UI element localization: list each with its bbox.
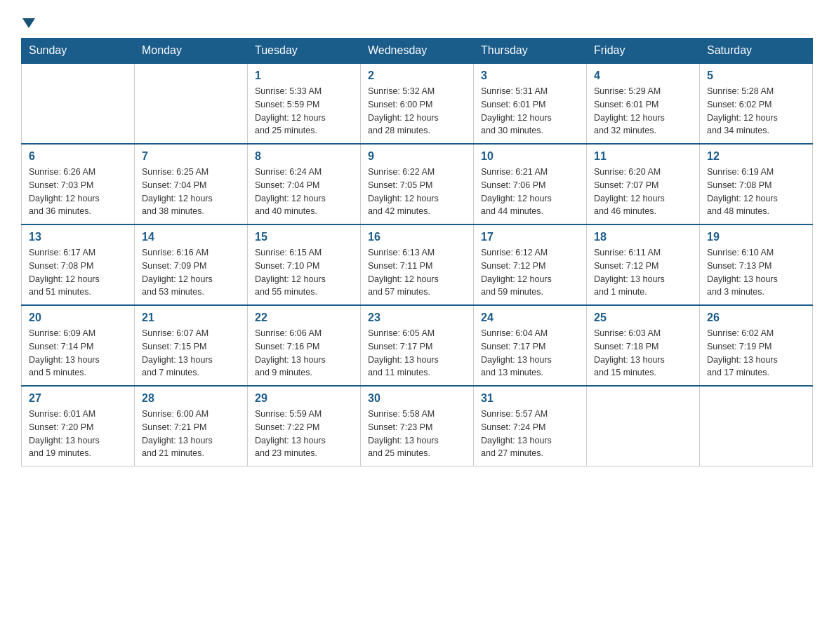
calendar-cell (135, 63, 248, 144)
day-info: Sunrise: 6:26 AM Sunset: 7:03 PM Dayligh… (29, 166, 127, 218)
day-number: 2 (368, 69, 466, 82)
day-info: Sunrise: 6:24 AM Sunset: 7:04 PM Dayligh… (255, 166, 353, 218)
day-info: Sunrise: 6:06 AM Sunset: 7:16 PM Dayligh… (255, 327, 353, 380)
calendar-cell: 28Sunrise: 6:00 AM Sunset: 7:21 PM Dayli… (135, 386, 248, 467)
calendar-week-1: 1Sunrise: 5:33 AM Sunset: 5:59 PM Daylig… (22, 63, 813, 144)
day-number: 29 (255, 392, 353, 405)
calendar-cell: 31Sunrise: 5:57 AM Sunset: 7:24 PM Dayli… (474, 386, 587, 467)
calendar-cell: 17Sunrise: 6:12 AM Sunset: 7:12 PM Dayli… (474, 224, 587, 305)
day-number: 23 (368, 311, 466, 324)
day-info: Sunrise: 6:07 AM Sunset: 7:15 PM Dayligh… (142, 327, 240, 380)
calendar-cell: 13Sunrise: 6:17 AM Sunset: 7:08 PM Dayli… (22, 224, 135, 305)
calendar-cell: 29Sunrise: 5:59 AM Sunset: 7:22 PM Dayli… (248, 386, 361, 467)
day-number: 3 (481, 69, 579, 82)
day-info: Sunrise: 6:01 AM Sunset: 7:20 PM Dayligh… (29, 408, 127, 460)
calendar-header-tuesday: Tuesday (248, 39, 361, 64)
day-number: 1 (255, 69, 353, 82)
day-number: 20 (29, 311, 127, 324)
calendar-cell: 10Sunrise: 6:21 AM Sunset: 7:06 PM Dayli… (474, 144, 587, 224)
day-info: Sunrise: 6:00 AM Sunset: 7:21 PM Dayligh… (142, 408, 240, 460)
day-number: 5 (707, 69, 805, 82)
day-info: Sunrise: 6:05 AM Sunset: 7:17 PM Dayligh… (368, 327, 466, 380)
calendar-cell: 19Sunrise: 6:10 AM Sunset: 7:13 PM Dayli… (700, 224, 813, 305)
day-number: 12 (707, 150, 805, 163)
calendar-cell: 9Sunrise: 6:22 AM Sunset: 7:05 PM Daylig… (361, 144, 474, 224)
calendar-cell: 24Sunrise: 6:04 AM Sunset: 7:17 PM Dayli… (474, 305, 587, 386)
day-info: Sunrise: 5:33 AM Sunset: 5:59 PM Dayligh… (255, 85, 353, 137)
day-number: 30 (368, 392, 466, 405)
day-info: Sunrise: 6:19 AM Sunset: 7:08 PM Dayligh… (707, 166, 805, 218)
day-info: Sunrise: 5:57 AM Sunset: 7:24 PM Dayligh… (481, 408, 579, 460)
calendar-cell: 18Sunrise: 6:11 AM Sunset: 7:12 PM Dayli… (587, 224, 700, 305)
calendar-cell (587, 386, 700, 467)
day-number: 7 (142, 150, 240, 163)
calendar-header-friday: Friday (587, 39, 700, 64)
day-number: 31 (481, 392, 579, 405)
day-number: 10 (481, 150, 579, 163)
day-number: 19 (707, 231, 805, 243)
day-info: Sunrise: 5:58 AM Sunset: 7:23 PM Dayligh… (368, 408, 466, 460)
day-info: Sunrise: 6:22 AM Sunset: 7:05 PM Dayligh… (368, 166, 466, 218)
day-number: 9 (368, 150, 466, 163)
calendar-cell: 2Sunrise: 5:32 AM Sunset: 6:00 PM Daylig… (361, 63, 474, 144)
day-info: Sunrise: 5:32 AM Sunset: 6:00 PM Dayligh… (368, 85, 466, 137)
calendar-cell: 1Sunrise: 5:33 AM Sunset: 5:59 PM Daylig… (248, 63, 361, 144)
calendar-header-monday: Monday (135, 39, 248, 64)
day-number: 6 (29, 150, 127, 163)
day-info: Sunrise: 5:28 AM Sunset: 6:02 PM Dayligh… (707, 85, 805, 137)
calendar-cell: 3Sunrise: 5:31 AM Sunset: 6:01 PM Daylig… (474, 63, 587, 144)
day-info: Sunrise: 6:11 AM Sunset: 7:12 PM Dayligh… (594, 246, 692, 299)
calendar-cell: 4Sunrise: 5:29 AM Sunset: 6:01 PM Daylig… (587, 63, 700, 144)
day-info: Sunrise: 5:31 AM Sunset: 6:01 PM Dayligh… (481, 85, 579, 137)
day-info: Sunrise: 6:21 AM Sunset: 7:06 PM Dayligh… (481, 166, 579, 218)
day-info: Sunrise: 5:59 AM Sunset: 7:22 PM Dayligh… (255, 408, 353, 460)
calendar-cell (700, 386, 813, 467)
calendar-cell (22, 63, 135, 144)
calendar-week-2: 6Sunrise: 6:26 AM Sunset: 7:03 PM Daylig… (22, 144, 813, 224)
day-number: 24 (481, 311, 579, 324)
day-number: 18 (594, 231, 692, 243)
day-number: 27 (29, 392, 127, 405)
calendar-header-row: SundayMondayTuesdayWednesdayThursdayFrid… (22, 39, 813, 64)
day-number: 13 (29, 231, 127, 243)
calendar-header-wednesday: Wednesday (361, 39, 474, 64)
day-number: 22 (255, 311, 353, 324)
day-number: 28 (142, 392, 240, 405)
day-info: Sunrise: 5:29 AM Sunset: 6:01 PM Dayligh… (594, 85, 692, 137)
calendar-cell: 8Sunrise: 6:24 AM Sunset: 7:04 PM Daylig… (248, 144, 361, 224)
calendar-cell: 22Sunrise: 6:06 AM Sunset: 7:16 PM Dayli… (248, 305, 361, 386)
day-info: Sunrise: 6:17 AM Sunset: 7:08 PM Dayligh… (29, 246, 127, 299)
svg-marker-0 (22, 18, 35, 28)
calendar-header-thursday: Thursday (474, 39, 587, 64)
day-number: 21 (142, 311, 240, 324)
logo (21, 14, 35, 31)
calendar-cell: 26Sunrise: 6:02 AM Sunset: 7:19 PM Dayli… (700, 305, 813, 386)
day-info: Sunrise: 6:09 AM Sunset: 7:14 PM Dayligh… (29, 327, 127, 380)
page-header (21, 14, 813, 31)
calendar-week-4: 20Sunrise: 6:09 AM Sunset: 7:14 PM Dayli… (22, 305, 813, 386)
day-info: Sunrise: 6:13 AM Sunset: 7:11 PM Dayligh… (368, 246, 466, 299)
calendar-cell: 12Sunrise: 6:19 AM Sunset: 7:08 PM Dayli… (700, 144, 813, 224)
logo-triangle-icon (22, 18, 35, 28)
calendar-cell: 14Sunrise: 6:16 AM Sunset: 7:09 PM Dayli… (135, 224, 248, 305)
calendar-cell: 21Sunrise: 6:07 AM Sunset: 7:15 PM Dayli… (135, 305, 248, 386)
calendar-cell: 11Sunrise: 6:20 AM Sunset: 7:07 PM Dayli… (587, 144, 700, 224)
calendar-cell: 5Sunrise: 5:28 AM Sunset: 6:02 PM Daylig… (700, 63, 813, 144)
calendar-header-sunday: Sunday (22, 39, 135, 64)
day-number: 4 (594, 69, 692, 82)
calendar-week-3: 13Sunrise: 6:17 AM Sunset: 7:08 PM Dayli… (22, 224, 813, 305)
calendar-cell: 23Sunrise: 6:05 AM Sunset: 7:17 PM Dayli… (361, 305, 474, 386)
day-number: 17 (481, 231, 579, 243)
day-number: 16 (368, 231, 466, 243)
day-number: 11 (594, 150, 692, 163)
day-info: Sunrise: 6:02 AM Sunset: 7:19 PM Dayligh… (707, 327, 805, 380)
calendar-cell: 16Sunrise: 6:13 AM Sunset: 7:11 PM Dayli… (361, 224, 474, 305)
calendar-week-5: 27Sunrise: 6:01 AM Sunset: 7:20 PM Dayli… (22, 386, 813, 467)
day-info: Sunrise: 6:25 AM Sunset: 7:04 PM Dayligh… (142, 166, 240, 218)
calendar-table: SundayMondayTuesdayWednesdayThursdayFrid… (21, 38, 813, 467)
day-info: Sunrise: 6:03 AM Sunset: 7:18 PM Dayligh… (594, 327, 692, 380)
day-info: Sunrise: 6:04 AM Sunset: 7:17 PM Dayligh… (481, 327, 579, 380)
day-number: 8 (255, 150, 353, 163)
calendar-cell: 6Sunrise: 6:26 AM Sunset: 7:03 PM Daylig… (22, 144, 135, 224)
calendar-cell: 7Sunrise: 6:25 AM Sunset: 7:04 PM Daylig… (135, 144, 248, 224)
